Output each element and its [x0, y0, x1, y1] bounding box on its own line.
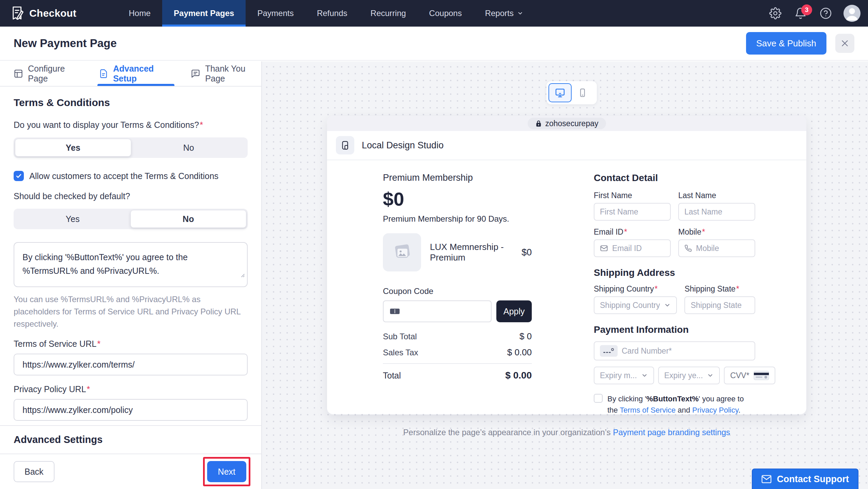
nav-item-payment-pages[interactable]: Payment Pages — [162, 0, 246, 27]
default-checked-yes[interactable]: Yes — [15, 210, 130, 228]
checkbox-checked-icon[interactable] — [14, 171, 24, 181]
first-name-input[interactable] — [600, 207, 665, 217]
help-icon[interactable] — [818, 6, 833, 21]
save-publish-button[interactable]: Save & Publish — [746, 32, 826, 55]
terms-checkbox[interactable] — [594, 394, 603, 403]
preview-card: zohosecurepay Local Design Studio Premiu… — [327, 116, 806, 415]
mobile-input[interactable] — [696, 244, 749, 253]
page-header: New Payment Page Save & Publish — [0, 27, 868, 61]
nav-item-coupons[interactable]: Coupons — [418, 0, 474, 27]
preview-terms-row: By clicking '%ButtonText%' you agree to … — [594, 393, 755, 416]
subtotal-row: Sub Total $ 0 — [383, 331, 532, 342]
nav-item-home[interactable]: Home — [117, 0, 162, 27]
tab-thank-you-page[interactable]: Thank You Page — [191, 61, 261, 86]
merchant-name: Local Design Studio — [362, 140, 444, 151]
nav-right-actions: 3 — [768, 0, 861, 27]
nav-item-recurring[interactable]: Recurring — [359, 0, 418, 27]
cvv-field[interactable]: CVV* — [724, 367, 775, 384]
default-checked-toggle: Yes No — [14, 209, 248, 229]
close-icon — [840, 39, 849, 48]
display-terms-question: Do you want to display your Terms & Cond… — [14, 120, 248, 130]
nav-item-refunds[interactable]: Refunds — [305, 0, 359, 27]
display-terms-yes[interactable]: Yes — [15, 139, 131, 157]
coupon-label: Coupon Code — [383, 286, 532, 296]
advanced-settings-title: Advanced Settings — [14, 434, 248, 445]
plan-amount: $0 — [383, 188, 532, 210]
chevron-down-icon — [641, 372, 648, 379]
plan-description: Premium Membership for 90 Days. — [383, 214, 532, 224]
chevron-down-icon — [707, 372, 714, 379]
total-row: Total $ 0.00 — [383, 370, 532, 381]
close-button[interactable] — [835, 34, 854, 53]
shipping-country-label: Shipping Country* — [594, 284, 677, 294]
desktop-preview-button[interactable] — [548, 83, 572, 102]
mobile-label: Mobile* — [678, 227, 755, 237]
user-avatar[interactable] — [843, 5, 861, 22]
tax-row: Sales Tax $ 0.00 — [383, 347, 532, 358]
chat-bubble-icon — [191, 69, 200, 78]
email-input[interactable] — [612, 244, 665, 253]
tab-advanced-setup[interactable]: Advanced Setup — [99, 61, 173, 86]
branding-settings-link[interactable]: Payment page branding settings — [613, 428, 730, 437]
terms-text-input[interactable]: By clicking '%ButtonText%' you agree to … — [14, 242, 248, 287]
terms-text-wrap: By clicking '%ButtonText%' you agree to … — [14, 242, 248, 287]
expiry-month-select[interactable]: Expiry m... — [594, 367, 654, 384]
nav-item-payments[interactable]: Payments — [246, 0, 305, 27]
plan-title: Premium Membership — [383, 160, 532, 183]
brand-name: Checkout — [29, 8, 76, 19]
page-title: New Payment Page — [14, 37, 117, 50]
contact-support-label: Contact Support — [777, 474, 849, 485]
item-price: $0 — [522, 247, 532, 258]
allow-accept-label: Allow customers to accept the Terms & Co… — [29, 171, 218, 181]
top-navigation: Checkout Home Payment Pages Payments Ref… — [0, 0, 868, 27]
apply-coupon-button[interactable]: Apply — [496, 300, 532, 322]
privacy-url-input[interactable] — [14, 399, 248, 421]
nav-menu: Home Payment Pages Payments Refunds Recu… — [117, 0, 535, 27]
notification-count-badge: 3 — [801, 4, 812, 15]
brand: Checkout — [0, 0, 102, 27]
next-button-highlight: Next — [203, 457, 250, 486]
required-asterisk: * — [736, 284, 739, 293]
mail-icon — [761, 475, 772, 484]
tab-configure-page[interactable]: Configure Page — [14, 61, 81, 86]
settings-gear-icon[interactable] — [768, 6, 783, 21]
payment-information-title: Payment Information — [594, 324, 755, 335]
contact-detail-title: Contact Detail — [594, 160, 755, 183]
next-button[interactable]: Next — [207, 461, 246, 482]
nav-item-reports[interactable]: Reports — [474, 0, 535, 27]
total-label: Total — [383, 371, 401, 381]
app-window: Checkout Home Payment Pages Payments Ref… — [0, 0, 868, 489]
terms-of-service-link[interactable]: Terms of Service — [620, 406, 676, 414]
secure-badge: zohosecurepay — [528, 118, 606, 129]
expiry-year-select[interactable]: Expiry ye... — [658, 367, 720, 384]
privacy-url-label: Privacy Policy URL* — [14, 384, 248, 394]
card-number-input[interactable] — [622, 346, 749, 356]
allow-accept-checkbox-row[interactable]: Allow customers to accept the Terms & Co… — [14, 171, 248, 181]
display-terms-no[interactable]: No — [131, 139, 247, 157]
contact-support-button[interactable]: Contact Support — [752, 469, 858, 489]
coupon-input[interactable] — [383, 300, 492, 322]
checkout-form: Contact Detail First Name Last Name — [594, 160, 755, 416]
last-name-input[interactable] — [684, 207, 749, 217]
payment-page-preview: zohosecurepay Local Design Studio Premiu… — [262, 61, 868, 489]
coupon-row: Apply — [383, 300, 532, 322]
tos-url-input[interactable] — [14, 354, 248, 375]
notifications-bell-icon[interactable]: 3 — [793, 6, 808, 21]
last-name-label: Last Name — [678, 191, 755, 200]
totals-divider — [383, 363, 532, 364]
email-field: Email ID* — [594, 227, 671, 257]
layout-icon — [14, 69, 23, 78]
advanced-settings-section[interactable]: Advanced Settings — [0, 425, 261, 454]
terms-agreement-text: By clicking '%ButtonText%' you agree to … — [607, 393, 755, 416]
card-number-field[interactable] — [594, 341, 755, 360]
shipping-state-input[interactable] — [691, 301, 749, 310]
privacy-policy-link[interactable]: Privacy Policy — [692, 406, 738, 414]
mobile-preview-button[interactable] — [574, 83, 591, 102]
line-item: LUX Memnership - Premium $0 — [383, 233, 532, 271]
required-asterisk: * — [654, 284, 657, 293]
back-button[interactable]: Back — [14, 461, 55, 482]
default-checked-no[interactable]: No — [130, 210, 247, 228]
credit-card-front-icon — [600, 345, 618, 357]
shipping-country-select[interactable]: Shipping Country — [594, 296, 677, 314]
smartphone-icon — [578, 88, 587, 98]
